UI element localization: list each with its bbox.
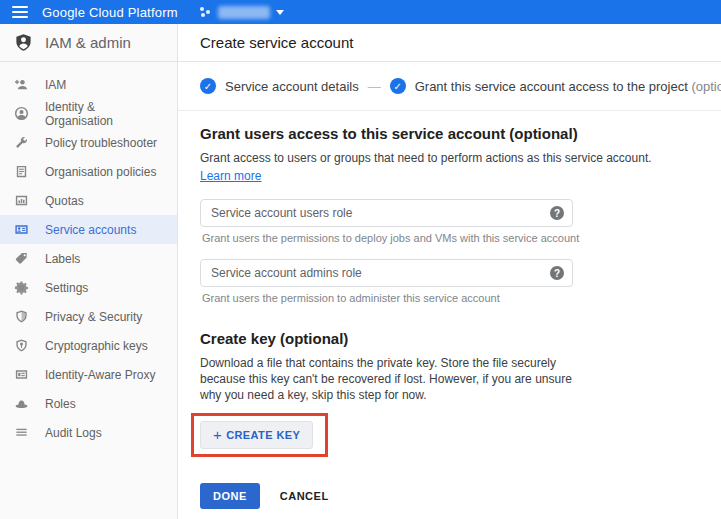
project-icon: [200, 6, 212, 18]
help-icon[interactable]: ?: [550, 266, 564, 280]
sidebar: IAM & admin IAM Identity & Organisation …: [0, 24, 178, 519]
main-panel: Create service account ✓ Service account…: [178, 24, 721, 519]
create-key-button[interactable]: + CREATE KEY: [200, 421, 313, 449]
step-optional-suffix: (optional): [691, 79, 721, 94]
grant-users-description: Grant access to users or groups that nee…: [200, 150, 721, 166]
step-done-icon: ✓: [390, 78, 406, 94]
sidebar-item-identity-organisation[interactable]: Identity & Organisation: [0, 99, 177, 128]
sidebar-item-roles[interactable]: Roles: [0, 389, 177, 418]
product-name[interactable]: Google Cloud Platform: [42, 5, 178, 20]
field-helper-text: Grant users the permissions to deploy jo…: [200, 232, 721, 244]
step-label: Service account details: [225, 79, 359, 94]
sidebar-item-label: Quotas: [45, 194, 84, 208]
gear-icon: [14, 280, 29, 295]
step-service-account-details[interactable]: ✓ Service account details: [200, 78, 359, 94]
step-grant-access[interactable]: ✓ Grant this service account access to t…: [390, 78, 721, 94]
action-footer: DONE CANCEL: [200, 483, 721, 509]
stepper: ✓ Service account details — ✓ Grant this…: [178, 62, 721, 111]
field-label: Service account admins role: [211, 266, 550, 280]
learn-more-link[interactable]: Learn more: [200, 169, 261, 183]
field-helper-text: Grant users the permission to administer…: [200, 292, 721, 304]
sidebar-item-label: Privacy & Security: [45, 310, 142, 324]
sidebar-item-label: Cryptographic keys: [45, 339, 148, 353]
sidebar-item-label: Settings: [45, 281, 88, 295]
sidebar-item-label: Policy troubleshooter: [45, 136, 157, 150]
service-account-admins-role-field[interactable]: Service account admins role ?: [200, 259, 573, 287]
proxy-grid-icon: [14, 367, 29, 382]
sidebar-item-organisation-policies[interactable]: Organisation policies: [0, 157, 177, 186]
policies-doc-icon: [14, 164, 29, 179]
step-separator: —: [368, 79, 381, 94]
annotation-highlight-box: + CREATE KEY: [191, 413, 328, 457]
sidebar-item-label: Service accounts: [45, 223, 136, 237]
quotas-icon: [14, 193, 29, 208]
step-label: Grant this service account access to the…: [415, 79, 721, 94]
top-app-bar: Google Cloud Platform: [0, 0, 721, 24]
create-key-description: Download a file that contains the privat…: [200, 355, 592, 403]
cancel-button[interactable]: CANCEL: [280, 490, 329, 502]
sidebar-item-audit-logs[interactable]: Audit Logs: [0, 418, 177, 447]
sidebar-item-labels[interactable]: Labels: [0, 244, 177, 273]
person-add-icon: [14, 77, 29, 92]
page-title: Create service account: [200, 34, 353, 51]
sidebar-item-iam[interactable]: IAM: [0, 70, 177, 99]
sidebar-item-identity-aware-proxy[interactable]: Identity-Aware Proxy: [0, 360, 177, 389]
page-header: Create service account: [178, 24, 721, 62]
sidebar-item-privacy-security[interactable]: Privacy & Security: [0, 302, 177, 331]
menu-hamburger-icon[interactable]: [12, 6, 28, 18]
done-button[interactable]: DONE: [200, 483, 260, 509]
sidebar-header: IAM & admin: [0, 24, 177, 62]
sidebar-item-label: IAM: [45, 78, 66, 92]
users-role-group: Service account users role ? Grant users…: [200, 199, 721, 244]
key-shield-icon: [14, 338, 29, 353]
create-key-heading: Create key (optional): [200, 330, 721, 347]
sidebar-item-label: Organisation policies: [45, 165, 156, 179]
create-key-section: Create key (optional) Download a file th…: [200, 330, 721, 457]
service-account-users-role-field[interactable]: Service account users role ?: [200, 199, 573, 227]
identity-icon: [14, 106, 29, 121]
content-area: Grant users access to this service accou…: [178, 111, 721, 509]
sidebar-item-quotas[interactable]: Quotas: [0, 186, 177, 215]
iam-admin-icon: [14, 33, 33, 52]
label-tag-icon: [14, 251, 29, 266]
project-name-redacted: [218, 6, 270, 19]
grant-users-heading: Grant users access to this service accou…: [200, 125, 721, 142]
sidebar-item-settings[interactable]: Settings: [0, 273, 177, 302]
audit-logs-icon: [14, 425, 29, 440]
sidebar-item-label: Audit Logs: [45, 426, 102, 440]
help-icon[interactable]: ?: [550, 206, 564, 220]
wrench-icon: [14, 135, 29, 150]
shield-icon: [14, 309, 29, 324]
sidebar-item-service-accounts[interactable]: Service accounts: [0, 215, 177, 244]
create-key-button-label: CREATE KEY: [226, 429, 300, 441]
sidebar-item-cryptographic-keys[interactable]: Cryptographic keys: [0, 331, 177, 360]
project-selector[interactable]: [200, 6, 284, 19]
plus-icon: +: [213, 426, 222, 443]
step-done-icon: ✓: [200, 78, 216, 94]
sidebar-item-label: Identity-Aware Proxy: [45, 368, 156, 382]
service-accounts-icon: [14, 222, 29, 237]
sidebar-item-label: Roles: [45, 397, 76, 411]
admins-role-group: Service account admins role ? Grant user…: [200, 259, 721, 304]
chevron-down-icon: [276, 10, 284, 15]
sidebar-item-label: Labels: [45, 252, 80, 266]
field-label: Service account users role: [211, 206, 550, 220]
sidebar-item-policy-troubleshooter[interactable]: Policy troubleshooter: [0, 128, 177, 157]
roles-hat-icon: [14, 396, 29, 411]
sidebar-title: IAM & admin: [45, 34, 131, 51]
sidebar-nav: IAM Identity & Organisation Policy troub…: [0, 62, 177, 447]
sidebar-item-label: Identity & Organisation: [45, 100, 163, 128]
